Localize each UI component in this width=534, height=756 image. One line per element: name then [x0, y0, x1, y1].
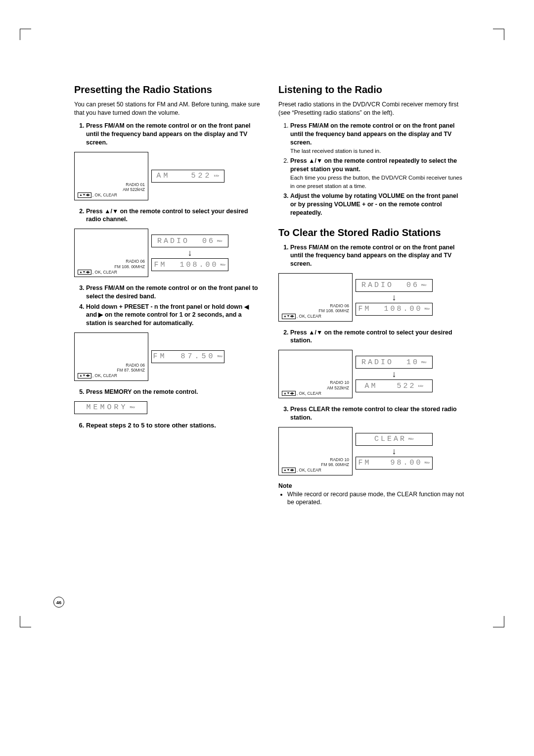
preset-step-1: Press FM/AM on the remote control or on … — [86, 122, 261, 146]
nav-arrows-icon: ▲▼◀▶ — [282, 314, 296, 319]
preset-step-5: Press MEMORY on the remote control. — [86, 388, 261, 396]
tv-line: FM 87. 50MHZ — [78, 368, 145, 373]
crop-mark-tl — [20, 29, 31, 40]
clear-step-2: Press ▲/▼ on the remote control to selec… — [290, 329, 465, 345]
figure-fm8750: RADIO 06 FM 87. 50MHZ ▲▼◀▶, OK, CLEAR FM… — [74, 332, 261, 381]
tv-line: AM 522kHZ — [78, 187, 145, 192]
lcd-display: AM 522kHz — [356, 379, 433, 392]
up-down-icon: ▲/▼ — [309, 157, 322, 164]
tv-line: RADIO 06 — [78, 363, 145, 368]
heading-clear: To Clear the Stored Radio Stations — [278, 227, 465, 238]
up-down-icon: ▲/▼ — [104, 208, 118, 215]
preset-step-2: Press ▲/▼ on the remote control to selec… — [86, 207, 261, 224]
crop-mark-tr — [493, 29, 504, 40]
lcd-display: AM 522kHz — [151, 170, 224, 183]
preset-step-4: Hold down + PRESET - n the front panel o… — [86, 303, 261, 328]
tv-nav-line: ▲▼◀▶, OK, CLEAR — [282, 391, 349, 396]
lcd-display: FM 108.00MHz — [151, 258, 228, 271]
tv-nav-line: ▲▼◀▶, OK, CLEAR — [282, 314, 349, 319]
right-column: Listening to the Radio Preset radio stat… — [278, 84, 465, 512]
tv-screen: RADIO 10 FM 98. 00MHZ ▲▼◀▶, OK, CLEAR — [278, 427, 353, 475]
clear-step-1: Press FM/AM on the remote control or on … — [290, 243, 465, 268]
heading-presetting: Presetting the Radio Stations — [74, 84, 261, 95]
figure-radio06: RADIO 06 FM 108. 00MHZ ▲▼◀▶, OK, CLEAR R… — [74, 229, 261, 277]
nav-arrows-icon: ▲▼◀▶ — [282, 391, 296, 396]
tv-screen: RADIO 01 AM 522kHZ ▲▼◀▶, OK, CLEAR — [74, 152, 148, 200]
nav-arrows-icon: ▲▼◀▶ — [78, 373, 91, 378]
listen-step-1: Press FM/AM on the remote control or on … — [290, 122, 465, 155]
tv-nav-line: ▲▼◀▶, OK, CLEAR — [78, 192, 145, 197]
preset-step-6: Repeat steps 2 to 5 to store other stati… — [86, 421, 261, 430]
tv-screen: RADIO 06 FM 108. 00MHZ ▲▼◀▶, OK, CLEAR — [278, 273, 353, 322]
lcd-display-memory: MEMORYMHz — [74, 401, 147, 414]
nav-arrows-icon: ▲▼◀▶ — [78, 192, 91, 197]
lcd-display: FM 98.00MHz — [356, 457, 433, 470]
down-arrow-icon: ↓ — [392, 293, 397, 302]
down-arrow-icon: ↓ — [392, 447, 397, 456]
figure-clear-radio10: RADIO 10 AM 522kHZ ▲▼◀▶, OK, CLEAR RADIO… — [278, 350, 465, 398]
tv-line: RADIO 06 — [78, 259, 145, 264]
tv-screen: RADIO 06 FM 108. 00MHZ ▲▼◀▶, OK, CLEAR — [74, 229, 148, 277]
preset-step-3: Press FM/AM on the remote control or on … — [86, 284, 261, 300]
figure-am522: RADIO 01 AM 522kHZ ▲▼◀▶, OK, CLEAR AM 52… — [74, 152, 261, 200]
tv-line: RADIO 06 — [282, 303, 349, 308]
tv-line: FM 108. 00MHZ — [78, 264, 145, 269]
tv-nav-line: ▲▼◀▶, OK, CLEAR — [282, 468, 349, 472]
up-down-icon: ▲/▼ — [309, 329, 322, 336]
note-item: While record or record pause mode, the C… — [287, 490, 465, 507]
intro-presetting: You can preset 50 stations for FM and AM… — [74, 100, 261, 117]
listen-step-2: Press ▲/▼ on the remote control repeated… — [290, 157, 465, 190]
note-heading: Note — [278, 482, 465, 489]
lcd-display: RADIO 06MHz — [356, 279, 433, 292]
down-arrow-icon: ↓ — [392, 370, 397, 378]
clear-step-3: Press CLEAR the remote control to clear … — [290, 405, 465, 422]
tv-screen: RADIO 10 AM 522kHZ ▲▼◀▶, OK, CLEAR — [278, 350, 353, 398]
tv-line: FM 108. 00MHZ — [282, 308, 349, 313]
heading-listening: Listening to the Radio — [278, 84, 465, 95]
lcd-display: FM 108.00MHz — [356, 303, 433, 316]
lcd-display: CLEARMHz — [356, 433, 433, 446]
tv-line: RADIO 01 — [78, 182, 145, 187]
nav-arrows-icon: ▲▼◀▶ — [282, 468, 296, 472]
left-arrow-icon: ◀ — [244, 303, 249, 310]
lcd-display: RADIO 06MHz — [151, 235, 228, 247]
tv-line: RADIO 10 — [282, 380, 349, 385]
listen-step-2-note: Each time you press the button, the DVD/… — [290, 175, 462, 189]
tv-line: FM 98. 00MHZ — [282, 462, 349, 467]
figure-clear-radio06: RADIO 06 FM 108. 00MHZ ▲▼◀▶, OK, CLEAR R… — [278, 273, 465, 322]
listen-step-3: Adjust the volume by rotating VOLUME on … — [290, 192, 465, 217]
tv-line: AM 522kHZ — [282, 385, 349, 390]
lcd-display: FM 87.50MHz — [151, 350, 224, 363]
tv-screen: RADIO 06 FM 87. 50MHZ ▲▼◀▶, OK, CLEAR — [74, 332, 148, 381]
down-arrow-icon: ↓ — [188, 248, 192, 257]
lcd-display: RADIO 10MHz — [356, 356, 433, 369]
left-column: Presetting the Radio Stations You can pr… — [74, 84, 261, 512]
page-body: Presetting the Radio Stations You can pr… — [30, 30, 504, 531]
listen-step-1-note: The last received station is tuned in. — [290, 148, 381, 154]
nav-arrows-icon: ▲▼◀▶ — [78, 270, 91, 275]
figure-clear-final: RADIO 10 FM 98. 00MHZ ▲▼◀▶, OK, CLEAR CL… — [278, 427, 465, 475]
intro-listening: Preset radio stations in the DVD/VCR Com… — [278, 100, 465, 117]
tv-line: RADIO 10 — [282, 457, 349, 462]
tv-nav-line: ▲▼◀▶, OK, CLEAR — [78, 270, 145, 275]
tv-nav-line: ▲▼◀▶, OK, CLEAR — [78, 373, 145, 378]
